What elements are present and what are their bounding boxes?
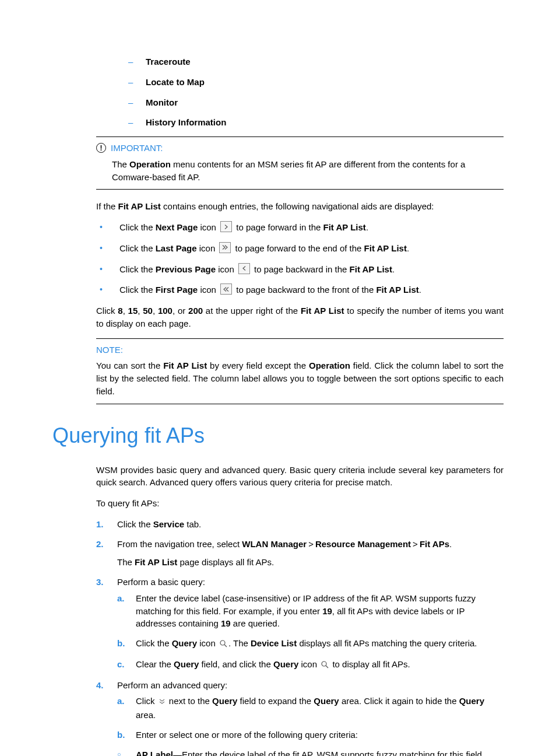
- svg-point-2: [322, 662, 326, 666]
- important-callout: ! IMPORTANT: The Operation menu contents…: [96, 136, 504, 190]
- step-4: 4. Perform an advanced query: a. Click n…: [96, 679, 504, 756]
- next-page-icon: [220, 221, 232, 232]
- step-4b: b. Enter or select one or more of the fo…: [117, 729, 504, 741]
- step-4a: a. Click next to the Query field to expa…: [117, 695, 504, 722]
- list-item: History Information: [128, 116, 504, 129]
- important-label: IMPORTANT:: [111, 142, 163, 155]
- step-3c: c. Clear the Query field, and click the …: [117, 658, 504, 672]
- important-body: The Operation menu contents for an MSM s…: [96, 158, 504, 184]
- svg-line-3: [326, 666, 328, 668]
- note-callout: NOTE: You can sort the Fit AP List by ev…: [96, 338, 504, 404]
- note-label: NOTE:: [96, 344, 123, 356]
- list-item: Locate to Map: [128, 76, 504, 89]
- step-1: 1. Click the Service tab.: [96, 518, 504, 531]
- step-4-sub: AP Label—Enter the device label of the f…: [117, 748, 504, 756]
- previous-page-icon: [238, 263, 250, 274]
- first-page-icon: [220, 284, 232, 295]
- list-item: Traceroute: [128, 55, 504, 68]
- list-item: Click the First Page icon to page backwa…: [96, 284, 504, 296]
- list-item: Click the Last Page icon to page forward…: [96, 242, 504, 255]
- page-size-note: Click 8, 15, 50, 100, or 200 at the uppe…: [52, 304, 504, 330]
- nav-intro: If the Fit AP List contains enough entri…: [96, 200, 504, 213]
- query-steps: 1. Click the Service tab. 2. From the na…: [96, 518, 504, 756]
- svg-line-1: [224, 645, 227, 647]
- last-page-icon: [219, 242, 231, 253]
- step-2: 2. From the navigation tree, select WLAN…: [96, 538, 504, 569]
- query-lead: To query fit APs:: [96, 497, 504, 510]
- magnifier-icon: [219, 638, 227, 651]
- svg-point-0: [220, 640, 225, 645]
- important-icon: !: [96, 143, 106, 153]
- magnifier-icon: [321, 659, 329, 672]
- step-3a: a. Enter the device label (case-insensit…: [117, 592, 504, 630]
- list-item: Click the Previous Page icon to page bac…: [96, 263, 504, 276]
- query-intro: WSM provides basic query and advanced qu…: [96, 464, 504, 489]
- step-3b: b. Click the Query icon . The Device Lis…: [117, 637, 504, 651]
- dash-list: Traceroute Locate to Map Monitor History…: [128, 55, 504, 129]
- expand-chevrons-icon: [159, 696, 166, 709]
- step-3: 3. Perform a basic query: a. Enter the d…: [96, 576, 504, 672]
- note-body: You can sort the Fit AP List by every fi…: [96, 359, 504, 397]
- list-item: Click the Next Page icon to page forward…: [96, 221, 504, 234]
- nav-bullets: Click the Next Page icon to page forward…: [96, 221, 504, 296]
- list-item: Monitor: [128, 96, 504, 109]
- section-heading: Querying fit APs: [52, 421, 504, 451]
